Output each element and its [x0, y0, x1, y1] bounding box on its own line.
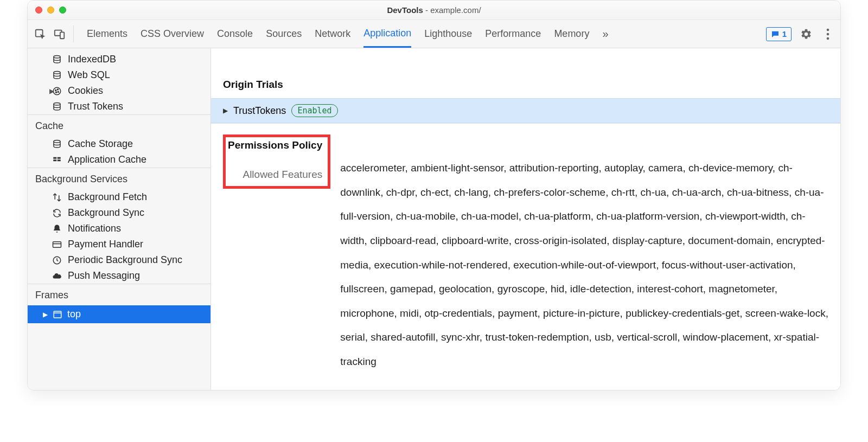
svg-point-4	[827, 33, 829, 35]
sidebar-item-label: Cache Storage	[68, 138, 133, 150]
settings-icon[interactable]	[799, 27, 813, 41]
chevron-right-icon: ▶	[49, 87, 54, 95]
window-titlebar: DevTools - example.com/	[28, 1, 840, 20]
window-title-url: example.com/	[430, 5, 481, 15]
sidebar-item-label: Periodic Background Sync	[68, 254, 182, 266]
sidebar-item-label: Payment Handler	[68, 239, 143, 250]
permissions-policy-section: Permissions Policy Allowed Features acce…	[211, 123, 840, 388]
tab-sources[interactable]: Sources	[266, 20, 302, 48]
origin-trials-title: Origin Trials	[223, 79, 828, 91]
toolbar-left-group	[33, 25, 74, 42]
sidebar-item-notifications[interactable]: Notifications	[28, 221, 210, 236]
origin-trial-name: TrustTokens	[233, 105, 286, 117]
chevron-right-icon: ▶	[223, 107, 228, 114]
window-traffic-lights	[35, 7, 66, 14]
window-title: DevTools - example.com/	[28, 5, 840, 15]
svg-rect-18	[58, 159, 61, 161]
sidebar-item-websql[interactable]: Web SQL	[28, 67, 210, 83]
sidebar-group-cache: Cache	[28, 114, 210, 136]
svg-point-7	[54, 71, 60, 74]
enabled-badge: Enabled	[291, 104, 337, 117]
sidebar-item-payment-handler[interactable]: Payment Handler	[28, 236, 210, 252]
sidebar-item-frame-top[interactable]: ▶ top	[28, 305, 210, 323]
sidebar-item-label: Background Sync	[68, 207, 144, 219]
svg-point-5	[827, 37, 829, 40]
sidebar-item-label: Notifications	[68, 223, 121, 234]
sidebar-item-cache-storage[interactable]: Cache Storage	[28, 136, 210, 152]
devtools-window: DevTools - example.com/ Elements CSS Ove…	[27, 0, 841, 390]
sidebar-item-trust-tokens[interactable]: Trust Tokens	[28, 99, 210, 114]
tab-lighthouse[interactable]: Lighthouse	[424, 20, 472, 48]
svg-rect-17	[53, 159, 56, 161]
allowed-features-label: Allowed Features	[228, 169, 322, 181]
highlight-box: Permissions Policy Allowed Features	[223, 134, 330, 189]
more-menu-icon[interactable]	[821, 27, 835, 41]
svg-point-3	[827, 28, 829, 31]
sidebar-item-label: IndexedDB	[68, 54, 116, 65]
sidebar-item-periodic-sync[interactable]: Periodic Background Sync	[28, 252, 210, 268]
device-toolbar-icon[interactable]	[53, 27, 67, 41]
sidebar-item-application-cache[interactable]: Application Cache	[28, 152, 210, 168]
sidebar-item-label: Background Fetch	[68, 191, 147, 203]
issues-badge[interactable]: 1	[766, 27, 792, 41]
origin-trials-section: Origin Trials	[211, 48, 840, 91]
application-content: Origin Trials ▶ TrustTokens Enabled Perm…	[211, 48, 840, 390]
devtools-body: IndexedDB Web SQL ▶ Cookies Trust Tokens…	[28, 48, 840, 390]
svg-rect-2	[60, 32, 64, 39]
svg-point-8	[53, 87, 61, 95]
svg-point-9	[55, 89, 56, 91]
svg-rect-16	[58, 157, 61, 158]
application-sidebar: IndexedDB Web SQL ▶ Cookies Trust Tokens…	[28, 48, 211, 390]
svg-point-10	[58, 89, 59, 90]
sidebar-group-frames: Frames	[28, 284, 210, 305]
grid-icon	[52, 155, 62, 165]
chevron-right-icon: ▶	[43, 311, 48, 318]
sidebar-item-indexeddb[interactable]: IndexedDB	[28, 52, 210, 67]
permissions-policy-title: Permissions Policy	[228, 139, 322, 151]
sidebar-item-label: Push Messaging	[68, 270, 140, 281]
minimize-window-button[interactable]	[47, 7, 54, 14]
inspect-element-icon[interactable]	[33, 27, 47, 41]
sidebar-item-push-messaging[interactable]: Push Messaging	[28, 268, 210, 284]
database-icon	[52, 54, 62, 65]
origin-trial-trusttokens-row[interactable]: ▶ TrustTokens Enabled	[211, 98, 840, 123]
toolbar-right-group: 1	[766, 27, 835, 41]
tab-application[interactable]: Application	[363, 20, 411, 48]
sidebar-item-bg-fetch[interactable]: Background Fetch	[28, 189, 210, 205]
sidebar-item-cookies[interactable]: ▶ Cookies	[28, 83, 210, 99]
sidebar-item-label: Trust Tokens	[68, 101, 123, 112]
bell-icon	[52, 223, 62, 234]
sidebar-item-bg-sync[interactable]: Background Sync	[28, 205, 210, 221]
sidebar-group-bgservices: Background Services	[28, 168, 210, 189]
tab-memory[interactable]: Memory	[554, 20, 589, 48]
issues-count: 1	[782, 29, 787, 39]
devtools-toolbar: Elements CSS Overview Console Sources Ne…	[28, 20, 840, 48]
svg-point-14	[54, 140, 60, 143]
close-window-button[interactable]	[35, 7, 42, 14]
svg-point-11	[58, 91, 59, 92]
database-icon	[52, 70, 62, 81]
window-title-sep: -	[425, 5, 430, 15]
tab-network[interactable]: Network	[315, 20, 350, 48]
tab-css-overview[interactable]: CSS Overview	[141, 20, 204, 48]
zoom-window-button[interactable]	[59, 7, 66, 14]
database-icon	[52, 139, 62, 150]
svg-point-13	[54, 103, 60, 105]
credit-card-icon	[52, 239, 62, 250]
allowed-features-list: accelerometer, ambient-light-sensor, att…	[340, 134, 828, 374]
sidebar-item-label: Cookies	[68, 85, 103, 97]
svg-point-6	[54, 55, 60, 58]
tab-performance[interactable]: Performance	[485, 20, 541, 48]
cloud-icon	[52, 271, 62, 281]
database-icon	[52, 101, 62, 112]
tab-elements[interactable]: Elements	[87, 20, 127, 48]
tab-console[interactable]: Console	[217, 20, 253, 48]
sidebar-item-label: Application Cache	[68, 154, 146, 165]
sync-icon	[52, 208, 62, 219]
sidebar-item-label: Web SQL	[68, 69, 110, 81]
devtools-tabs: Elements CSS Overview Console Sources Ne…	[87, 20, 609, 48]
tab-overflow[interactable]: »	[602, 20, 608, 48]
svg-rect-15	[53, 157, 56, 158]
svg-point-12	[56, 92, 57, 93]
sidebar-item-label: top	[67, 309, 81, 320]
